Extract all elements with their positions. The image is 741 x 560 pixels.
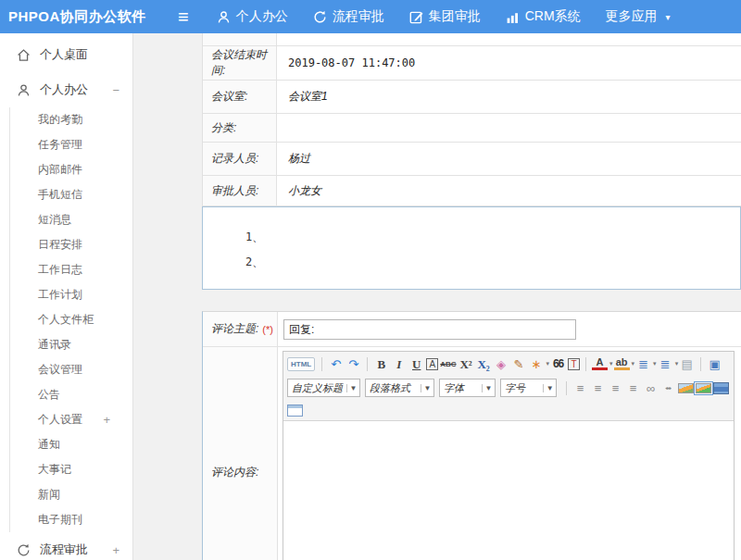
preview-icon[interactable]: ▣ [707, 355, 722, 372]
rich-text-editor: HTML ↶↷BIUAABCX²X₂◈✎∗▾66TA▾ab▾≣▾≣▾▤▣ 自定义… [283, 351, 735, 560]
sidebar-subitem-label: 手机短信 [38, 187, 110, 203]
sidebar-subitem[interactable]: 手机短信 [10, 182, 132, 207]
sidebar-subitem[interactable]: 会议管理 [10, 357, 132, 382]
paste-text-icon[interactable]: T [568, 358, 580, 370]
undo-icon[interactable]: ↶ [328, 355, 344, 372]
comment-subject-label: 评论主题: (*) [203, 312, 278, 346]
align-right-icon[interactable]: ≡ [608, 380, 623, 396]
sidebar-item-label: 个人桌面 [40, 46, 119, 63]
italic-icon[interactable]: I [391, 355, 407, 372]
nav-personal-office[interactable]: 个人办公 [217, 8, 288, 25]
sidebar-subitem[interactable]: 我的考勤 [10, 107, 132, 132]
align-left-icon[interactable]: ≡ [572, 380, 588, 396]
sidebar-subitem[interactable]: 短消息 [10, 207, 132, 232]
sidebar-subitem[interactable]: 日程安排 [10, 232, 132, 257]
autotypeset-icon-caret[interactable]: ▾ [546, 360, 550, 367]
sidebar-subitem-label: 日程安排 [38, 237, 110, 253]
format-brush-icon[interactable]: ✎ [511, 355, 527, 372]
editor-body[interactable] [283, 420, 734, 560]
sidebar-subitem[interactable]: 通知 [10, 432, 132, 457]
bold-icon[interactable]: B [373, 355, 389, 372]
sidebar-subitem-label: 任务管理 [38, 137, 110, 153]
sidebar-subitem[interactable]: 工作日志 [10, 257, 132, 282]
nav-label: 流程审批 [333, 8, 384, 25]
editor-select-1[interactable]: 段落格式▼ [365, 379, 434, 397]
font-color-icon[interactable]: A [592, 357, 608, 370]
nav-group-approval[interactable]: 集团审批 [409, 8, 481, 25]
sidebar-subitem[interactable]: 大事记 [10, 457, 132, 482]
form-row-label: 审批人员: [203, 176, 277, 205]
sidebar-subitem[interactable]: 电子期刊 [10, 507, 132, 532]
expand-icon[interactable]: + [112, 543, 119, 557]
comment-subject-input[interactable] [283, 319, 576, 340]
sidebar-subitem[interactable]: 通讯录 [10, 332, 132, 357]
link-icon[interactable]: ∞ [643, 380, 659, 396]
insert-image-icon[interactable] [696, 383, 711, 393]
sidebar-subitem[interactable]: 内部邮件 [10, 157, 132, 182]
sidebar-subitem[interactable]: 个人设置+ [10, 407, 132, 432]
comment-form-table: 评论主题: (*) 评论内容: HTML ↶↷BIUAABCX²X₂◈✎∗▾66… [202, 311, 741, 560]
sidebar-item-personal-office[interactable]: 个人办公 − [0, 72, 132, 107]
form-row-label: 会议室: [203, 81, 277, 113]
nav-workflow-approval[interactable]: 流程审批 [313, 8, 384, 25]
sidebar-subitem[interactable]: 任务管理 [10, 132, 132, 157]
unordered-list-icon-caret[interactable]: ▾ [675, 360, 679, 367]
highlight-color-icon-caret[interactable]: ▾ [632, 360, 635, 367]
strikethrough-icon[interactable]: ABC [440, 355, 456, 372]
unlink-icon[interactable]: ∞ [660, 380, 676, 396]
expand-icon[interactable]: + [103, 413, 110, 427]
image-icon[interactable] [678, 383, 694, 393]
nav-label: 集团审批 [429, 8, 481, 25]
redo-icon[interactable]: ↷ [345, 355, 361, 372]
eraser-icon[interactable]: ◈ [494, 355, 509, 372]
html-source-button[interactable]: HTML [287, 357, 315, 371]
sidebar-item-label: 个人办公 [40, 81, 103, 98]
collapse-icon[interactable]: − [112, 83, 119, 97]
table-row: 审批人员:小龙女 [203, 176, 741, 206]
editor-select-0[interactable]: 自定义标题▼ [287, 379, 360, 397]
chevron-down-icon[interactable]: ▼ [543, 384, 556, 392]
comment-subject-row: 评论主题: (*) [203, 312, 741, 347]
sidebar-subitem[interactable]: 个人文件柜 [10, 307, 132, 332]
chevron-down-icon[interactable]: ▼ [482, 384, 495, 392]
highlight-color-icon[interactable]: ab [614, 357, 630, 370]
sidebar-subitem[interactable]: 新闻 [10, 482, 132, 507]
autotypeset-icon[interactable]: ∗ [529, 355, 545, 372]
new-doc-icon[interactable]: ▤ [679, 355, 695, 372]
font-color-icon-caret[interactable]: ▾ [609, 360, 613, 367]
blockquote-icon[interactable]: 66 [550, 355, 566, 372]
editor-toolbar-row2: 自定义标题▼段落格式▼字体▼字号▼≡≡≡≡∞∞ [283, 376, 734, 400]
superscript-icon[interactable]: X² [458, 355, 474, 372]
align-justify-icon[interactable]: ≡ [625, 380, 641, 396]
chevron-down-icon[interactable]: ▾ [666, 12, 671, 22]
cycle-icon [313, 10, 327, 24]
media-icon[interactable] [713, 382, 729, 394]
chevron-down-icon[interactable]: ▼ [421, 384, 433, 392]
top-header: PHPOA协同办公软件 ≡ 个人办公 流程审批 集团审批 CRM系统 更多应用 … [0, 0, 741, 33]
nav-more-apps[interactable]: 更多应用 [606, 8, 658, 25]
chevron-down-icon[interactable]: ▼ [346, 384, 359, 392]
hamburger-menu-icon[interactable]: ≡ [178, 7, 189, 26]
editor-select-3[interactable]: 字号▼ [500, 379, 557, 397]
align-center-icon[interactable]: ≡ [590, 380, 606, 396]
sidebar-item-workflow-approval[interactable]: 流程审批 + [0, 532, 132, 560]
editor-select-2[interactable]: 字体▼ [439, 379, 496, 397]
nav-crm-system[interactable]: CRM系统 [506, 8, 581, 25]
ordered-list-icon-caret[interactable]: ▾ [653, 360, 657, 367]
insert-table-icon[interactable] [287, 404, 303, 417]
home-icon [17, 48, 31, 62]
sidebar-subitem[interactable]: 工作计划 [10, 282, 132, 307]
comment-content-label: 评论内容: [203, 347, 278, 560]
sidebar-subitem-label: 我的考勤 [38, 112, 110, 128]
form-row-value: 2019-08-07 11:47:00 [277, 46, 741, 80]
char-border-icon[interactable]: A [426, 358, 438, 370]
sidebar-subitem[interactable]: 公告 [10, 382, 132, 407]
unordered-list-icon[interactable]: ≣ [658, 355, 673, 372]
ordered-list-icon[interactable]: ≣ [635, 355, 651, 372]
sidebar-item-desktop[interactable]: 个人桌面 [0, 37, 132, 72]
select-label: 段落格式 [366, 381, 421, 395]
sidebar-item-label: 流程审批 [40, 541, 103, 558]
underline-icon[interactable]: U [408, 355, 424, 372]
sidebar-subitem-label: 工作日志 [38, 262, 110, 278]
subscript-icon[interactable]: X₂ [476, 355, 492, 372]
